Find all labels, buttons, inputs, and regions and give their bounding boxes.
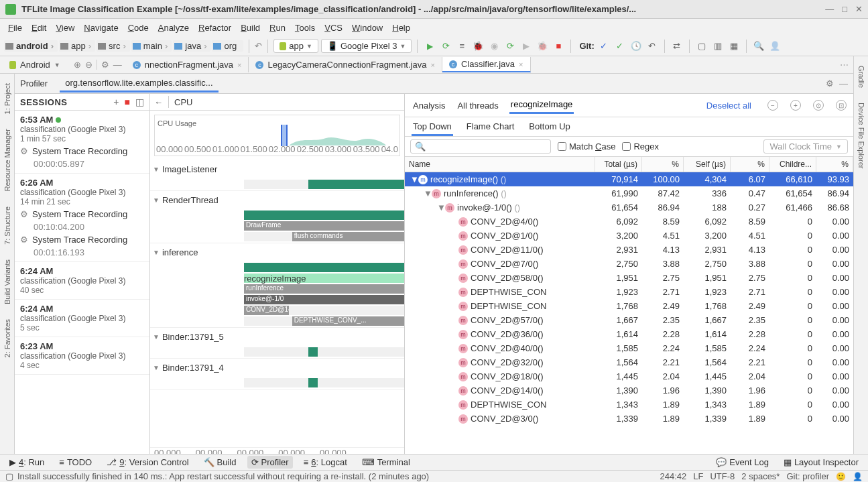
left-tool-tab[interactable]: Build Variants xyxy=(2,254,13,310)
stop-session-button[interactable]: ■ xyxy=(125,97,130,107)
user-icon[interactable]: 👤 xyxy=(768,40,782,53)
menu-analyze[interactable]: Analyze xyxy=(154,21,193,34)
code-swap-button[interactable]: ≡ xyxy=(455,40,469,53)
column-header[interactable]: Total (µs) xyxy=(595,157,642,172)
column-header[interactable]: Self (µs) xyxy=(684,157,731,172)
file-tab[interactable]: cClassifier.java× xyxy=(442,57,531,72)
profiler-package[interactable]: org.tensorflow.lite.examples.classific..… xyxy=(60,75,218,93)
indent[interactable]: 2 spaces* xyxy=(741,471,780,481)
caret-position[interactable]: 244:42 xyxy=(660,471,687,481)
git-commit-button[interactable]: ✓ xyxy=(613,40,627,53)
chevron-down-icon[interactable]: ▼ xyxy=(153,249,160,256)
menu-window[interactable]: Window xyxy=(348,21,387,34)
menu-help[interactable]: Help xyxy=(388,21,414,34)
collapse-icon[interactable]: ⊖ xyxy=(85,60,92,70)
tree-row[interactable]: mCONV_2D@36/0()1,6142.281,6142.2800.00 xyxy=(405,327,853,341)
match-case-checkbox[interactable]: Match Case xyxy=(558,141,615,152)
tree-row[interactable]: mDEPTHWISE_CON1,9232.711,9232.7100.00 xyxy=(405,285,853,299)
expand-icon[interactable]: ▼ xyxy=(410,174,418,184)
menu-file[interactable]: File xyxy=(4,21,26,34)
chevron-down-icon[interactable]: ▼ xyxy=(153,196,160,204)
thread-row[interactable]: ▼Binder:13791_5 xyxy=(150,328,404,359)
tree-row[interactable]: mCONV_2D@3/0()1,3391.891,3391.8900.00 xyxy=(405,412,853,426)
man-icon[interactable]: 👤 xyxy=(853,472,863,481)
project-view-combo[interactable]: Android ▼ xyxy=(4,58,66,71)
debug-button[interactable]: 🐞 xyxy=(471,40,485,53)
back-button[interactable]: ← xyxy=(154,97,163,107)
session-item[interactable]: 6:24 AMclassification (Google Pixel 3)40… xyxy=(15,262,149,300)
tree-row[interactable]: ▼minvoke@-1/0() ()61,65486.941880.2761,4… xyxy=(405,200,853,215)
bottom-tab[interactable]: ⌨Terminal xyxy=(358,456,414,469)
thread-row[interactable]: ▼RenderThreadDrawFrameflush commands xyxy=(150,191,404,243)
menu-edit[interactable]: Edit xyxy=(27,21,50,34)
attach-debugger-button[interactable]: ▶ xyxy=(519,40,533,53)
apply-changes-button[interactable]: ⟳ xyxy=(439,40,452,53)
column-header[interactable]: Childre... xyxy=(769,157,816,172)
menu-vcs[interactable]: VCS xyxy=(320,21,347,34)
device-combo[interactable]: 📱 Google Pixel 3 ▼ xyxy=(321,39,412,53)
bottom-tab[interactable]: ▶4: Run xyxy=(5,456,48,469)
close-icon[interactable]: ✕ xyxy=(855,4,863,14)
attach-process-button[interactable]: 🐞 xyxy=(536,40,549,53)
zoom-fit-icon[interactable]: ⊙ xyxy=(813,100,824,111)
regex-checkbox[interactable]: Regex xyxy=(622,141,659,152)
left-tool-tab[interactable]: 7: Structure xyxy=(2,201,13,250)
memory-indicator[interactable]: 🙂 xyxy=(836,472,846,481)
git-branch[interactable]: Git: profiler xyxy=(786,471,829,481)
profiler-hide-icon[interactable]: ― xyxy=(839,78,848,88)
menu-navigate[interactable]: Navigate xyxy=(80,21,122,34)
breadcrumb-org[interactable]: org xyxy=(212,40,243,52)
git-rollback-button[interactable]: ↶ xyxy=(645,40,659,53)
tree-row[interactable]: mDEPTHWISE_CON1,7682.491,7682.4900.00 xyxy=(405,299,853,313)
tree-row[interactable]: mDEPTHWISE_CON1,3431.891,3431.8900.00 xyxy=(405,398,853,412)
minimize-icon[interactable]: ― xyxy=(825,4,834,14)
view-tab[interactable]: Flame Chart xyxy=(465,119,516,136)
tree-row[interactable]: mCONV_2D@4/0()6,0928.596,0928.5900.00 xyxy=(405,215,853,229)
locate-icon[interactable]: ⊕ xyxy=(74,60,81,70)
avd-manager-button[interactable]: ▢ xyxy=(695,40,708,53)
tree-row[interactable]: ▼mrunInference() ()61,99087.423360.4761,… xyxy=(405,186,853,200)
analysis-tab[interactable]: All threads xyxy=(456,98,499,113)
recording-item[interactable]: ⚙System Trace Recording xyxy=(20,146,144,156)
zoom-out-icon[interactable]: − xyxy=(767,100,778,111)
hide-icon[interactable]: ― xyxy=(113,60,122,70)
toggle-panels-button[interactable]: ◫ xyxy=(135,97,144,107)
status-icon[interactable]: ▢ xyxy=(5,471,13,481)
expand-icon[interactable]: ▼ xyxy=(424,188,432,198)
column-header[interactable]: % xyxy=(816,157,853,172)
thread-row[interactable]: ▼ImageListener xyxy=(150,160,404,191)
tree-row[interactable]: mCONV_2D@32/0()1,5642.211,5642.2100.00 xyxy=(405,355,853,369)
zoom-selection-icon[interactable]: ⊡ xyxy=(836,100,847,111)
line-separator[interactable]: LF xyxy=(693,471,703,481)
expand-icon[interactable]: ▼ xyxy=(437,202,445,213)
thread-row[interactable]: ▼inferencerecognizeImagerunInferenceinvo… xyxy=(150,243,404,328)
charset[interactable]: UTF-8 xyxy=(710,471,735,481)
more-tabs-icon[interactable]: ⋯ xyxy=(836,60,853,70)
file-tab[interactable]: cnnectionFragment.java× xyxy=(126,57,249,72)
session-item[interactable]: 6:26 AMclassification (Google Pixel 3)14… xyxy=(15,174,149,262)
chevron-down-icon[interactable]: ▼ xyxy=(153,364,160,371)
search-everywhere-button[interactable]: 🔍 xyxy=(752,40,765,53)
analysis-tab[interactable]: recognizeImage xyxy=(509,97,574,114)
tree-row[interactable]: ▼mrecognizeImage() ()70,914100.004,3046.… xyxy=(405,172,853,186)
menu-view[interactable]: View xyxy=(52,21,78,34)
close-tab-icon[interactable]: × xyxy=(430,61,434,69)
git-history-button[interactable]: 🕓 xyxy=(629,40,643,53)
menu-code[interactable]: Code xyxy=(124,21,153,34)
deselect-all-link[interactable]: Deselect all xyxy=(706,101,751,111)
profiler-settings-icon[interactable]: ⚙ xyxy=(826,78,834,88)
menu-tools[interactable]: Tools xyxy=(291,21,319,34)
tree-row[interactable]: mCONV_2D@11/0()2,9314.132,9314.1300.00 xyxy=(405,243,853,257)
menu-run[interactable]: Run xyxy=(265,21,290,34)
breadcrumb-app[interactable]: app xyxy=(59,40,95,52)
column-header[interactable]: % xyxy=(642,157,684,172)
bottom-tab[interactable]: ⎇9: Version Control xyxy=(103,456,192,469)
tree-row[interactable]: mCONV_2D@57/0()1,6672.351,6672.3500.00 xyxy=(405,313,853,327)
right-tool-tab[interactable]: Gradle xyxy=(856,60,867,93)
chevron-down-icon[interactable]: ▼ xyxy=(153,166,160,173)
bottom-tab[interactable]: 💬Event Log xyxy=(712,456,773,469)
bottom-tab[interactable]: ≡TODO xyxy=(55,456,96,469)
tree-row[interactable]: mCONV_2D@7/0()2,7503.882,7503.8800.00 xyxy=(405,257,853,271)
chevron-down-icon[interactable]: ▼ xyxy=(153,333,160,341)
tree-row[interactable]: mCONV_2D@40/0()1,5852.241,5852.2400.00 xyxy=(405,341,853,355)
